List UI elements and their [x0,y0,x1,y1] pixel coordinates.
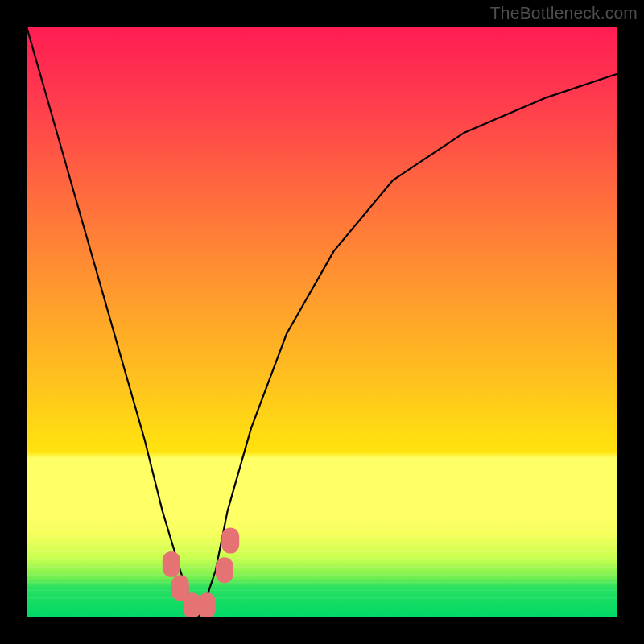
svg-rect-15 [216,557,233,583]
bottleneck-chart [27,27,617,617]
plot-area [27,27,617,617]
watermark-text: TheBottleneck.com [490,3,638,23]
svg-rect-16 [221,528,239,554]
svg-rect-11 [163,551,180,577]
svg-rect-14 [198,592,216,617]
chart-frame: TheBottleneck.com [0,0,644,644]
